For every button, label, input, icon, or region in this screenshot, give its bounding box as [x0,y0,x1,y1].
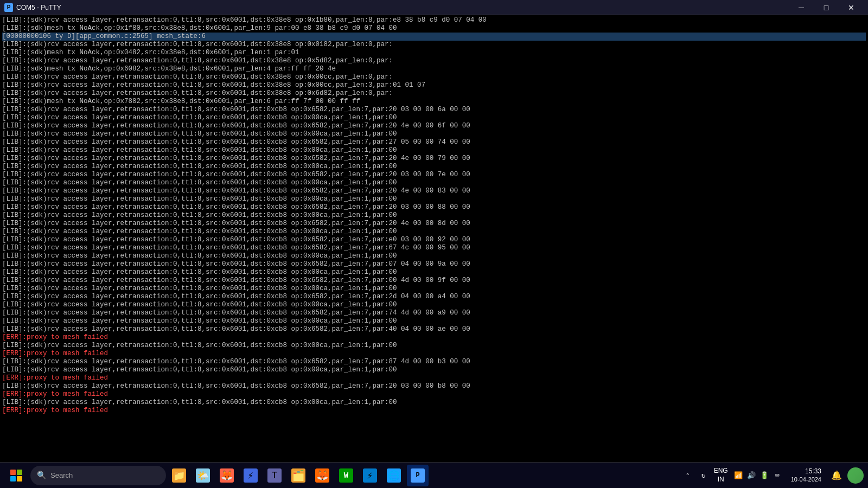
terminal-line: [LIB]:(sdk)rcv access layer,retransactio… [2,399,866,407]
terminal-line: [LIB]:(sdk)rcv access layer,retransactio… [2,268,866,277]
notification-bell[interactable]: 🔔 [827,466,846,485]
terminal-line: [LIB]:(sdk)mesh tx NoAck,op:0x1f80,src:0… [2,24,866,33]
taskbar-right: ⌃ ↻ ENG IN 📶 🔊 🔋 ⌨ 15:33 10-04-2024 🔔 [681,466,864,485]
putty-icon: P [4,3,13,12]
user-indicator[interactable] [847,467,864,484]
taskbar-file-explorer[interactable]: 📁 [168,465,190,486]
search-bar[interactable]: 🔍 Search [30,466,166,485]
terminal-line: [LIB]:(sdk)rcv access layer,retransactio… [2,211,866,220]
teams-icon: T [267,468,282,483]
terminal-line: [LIB]:(sdk)mesh tx NoAck,op:0x7882,src:0… [2,98,866,106]
terminal-line: [LIB]:(sdk)rcv access layer,retransactio… [2,130,866,138]
terminal-line: [LIB]:(sdk)rcv access layer,retransactio… [2,342,866,350]
start-button[interactable] [4,465,28,486]
taskbar-firefox[interactable]: 🦊 [311,465,333,486]
weather-icon: 🌤️ [196,468,210,483]
taskbar-teams[interactable]: T [264,465,285,486]
terminal-line: [LIB]:(sdk)rcv access layer,retransactio… [2,81,866,89]
terminal-line: [ERR]:proxy to mesh failed [2,350,866,358]
terminal-line: [LIB]:(sdk)rcv access layer,retransactio… [2,366,866,374]
terminal-line: [LIB]:(sdk)rcv access layer,retransactio… [2,114,866,122]
app5-icon: W [339,468,353,483]
terminal-line: [LIB]:(sdk)rcv access layer,retransactio… [2,236,866,244]
wifi-icon[interactable]: 📶 [732,470,744,481]
tray-refresh-icon[interactable]: ↻ [698,470,710,481]
clock[interactable]: 15:33 10-04-2024 [787,467,826,484]
terminal-line: [LIB]:(sdk)rcv access layer,retransactio… [2,293,866,301]
maximize-button[interactable]: □ [814,0,839,15]
terminal-line: [LIB]:(sdk)rcv access layer,retransactio… [2,57,866,65]
terminal-line: [LIB]:(sdk)rcv access layer,retransactio… [2,220,866,228]
taskbar: 🔍 Search 📁 🌤️ 🦊 ⚡ T 🗂️ 🦊 W ⚡ 🌐 P ⌃ ↻ [0,462,868,488]
terminal-output[interactable]: [LIB]:(sdk)rcv access layer,retransactio… [0,15,868,432]
taskbar-putty[interactable]: P [407,465,429,486]
clock-date: 10-04-2024 [791,476,821,483]
volume-icon[interactable]: 🔊 [745,470,757,481]
window-title: COM5 - PuTTY [16,4,61,11]
terminal-line: [LIB]:(sdk)rcv access layer,retransactio… [2,138,866,146]
terminal-line: [LIB]:(sdk)rcv access layer,retransactio… [2,228,866,236]
taskbar-app-4[interactable]: ⚡ [240,465,261,486]
terminal-line: [LIB]:(sdk)mesh tx NoAck,op:0x0482,src:0… [2,49,866,57]
terminal-line: [LIB]:(sdk)rcv access layer,retransactio… [2,325,866,333]
firefox-icon: 🦊 [315,468,329,483]
titlebar-left: P COM5 - PuTTY [4,3,61,12]
terminal-line: [LIB]:(sdk)rcv access layer,retransactio… [2,155,866,163]
terminal-line: [LIB]:(sdk)rcv access layer,retransactio… [2,309,866,317]
search-placeholder-text: Search [50,471,73,479]
terminal-line: [LIB]:(sdk)rcv access layer,retransactio… [2,163,866,171]
vscode-icon: ⚡ [363,468,377,483]
putty-taskbar-icon: P [411,468,425,483]
taskbar-vscode[interactable]: ⚡ [359,465,381,486]
taskbar-app-6[interactable]: 🌐 [383,465,405,486]
lang-sub: IN [718,476,724,484]
taskbar-app-3[interactable]: 🦊 [216,465,238,486]
terminal-line: [LIB]:(sdk)rcv access layer,retransactio… [2,285,866,293]
lang-name: ENG [714,467,728,476]
clock-time: 15:33 [805,467,821,476]
close-button[interactable]: ✕ [839,0,864,15]
terminal-line: [LIB]:(sdk)rcv access layer,retransactio… [2,195,866,203]
terminal-line: [LIB]:(sdk)mesh tx NoAck,op:0x6082,src:0… [2,65,866,73]
terminal-line: [LIB]:(sdk)rcv access layer,retransactio… [2,41,866,49]
terminal-line: [LIB]:(sdk)rcv access layer,retransactio… [2,203,866,211]
terminal-line: [LIB]:(sdk)rcv access layer,retransactio… [2,89,866,98]
battery-icon[interactable]: 🔋 [758,470,770,481]
terminal-line: [LIB]:(sdk)rcv access layer,retransactio… [2,73,866,81]
terminal-line: [00000000106 ty D][app_common.c:2565] me… [2,33,866,41]
system-tray-expand[interactable]: ⌃ [681,469,694,482]
terminal-line: [LIB]:(sdk)rcv access layer,retransactio… [2,187,866,195]
terminal-line: [LIB]:(sdk)rcv access layer,retransactio… [2,171,866,179]
terminal-line: [LIB]:(sdk)rcv access layer,retransactio… [2,179,866,187]
terminal-line: [LIB]:(sdk)rcv access layer,retransactio… [2,106,866,114]
taskbar-app-5[interactable]: W [335,465,357,486]
terminal-line: [LIB]:(sdk)rcv access layer,retransactio… [2,358,866,366]
app3-icon: 🦊 [220,468,234,483]
taskbar-weather-widget[interactable]: 🌤️ [192,465,214,486]
keyboard-layout-icon[interactable]: ⌨ [771,470,783,481]
file-explorer-icon: 📁 [172,468,186,483]
terminal-line: [LIB]:(sdk)rcv access layer,retransactio… [2,317,866,325]
terminal-line: [LIB]:(sdk)rcv access layer,retransactio… [2,260,866,268]
terminal-line: [ERR]:proxy to mesh failed [2,390,866,399]
language-indicator[interactable]: ENG IN [711,467,731,484]
app6-icon: 🌐 [387,468,401,483]
terminal-line: [LIB]:(sdk)rcv access layer,retransactio… [2,277,866,285]
taskbar-file-manager[interactable]: 🗂️ [288,465,309,486]
terminal-line: [ERR]:proxy to mesh failed [2,407,866,415]
title-bar: P COM5 - PuTTY ─ □ ✕ [0,0,868,15]
search-icon: 🔍 [37,471,46,480]
terminal-line: [LIB]:(sdk)rcv access layer,retransactio… [2,244,866,252]
minimize-button[interactable]: ─ [789,0,814,15]
terminal-line: [LIB]:(sdk)rcv access layer,retransactio… [2,301,866,309]
terminal-line: [LIB]:(sdk)rcv access layer,retransactio… [2,382,866,390]
terminal-line: [LIB]:(sdk)rcv access layer,retransactio… [2,252,866,260]
terminal-line: [ERR]:proxy to mesh failed [2,374,866,382]
terminal-line: [LIB]:(sdk)rcv access layer,retransactio… [2,146,866,155]
system-tray: ↻ ENG IN 📶 🔊 🔋 ⌨ [695,467,786,484]
terminal-line: [LIB]:(sdk)rcv access layer,retransactio… [2,122,866,130]
terminal-line: [ERR]:proxy to mesh failed [2,333,866,342]
windows-logo [10,470,22,481]
file-manager-icon: 🗂️ [291,468,305,483]
app4-icon: ⚡ [244,468,258,483]
